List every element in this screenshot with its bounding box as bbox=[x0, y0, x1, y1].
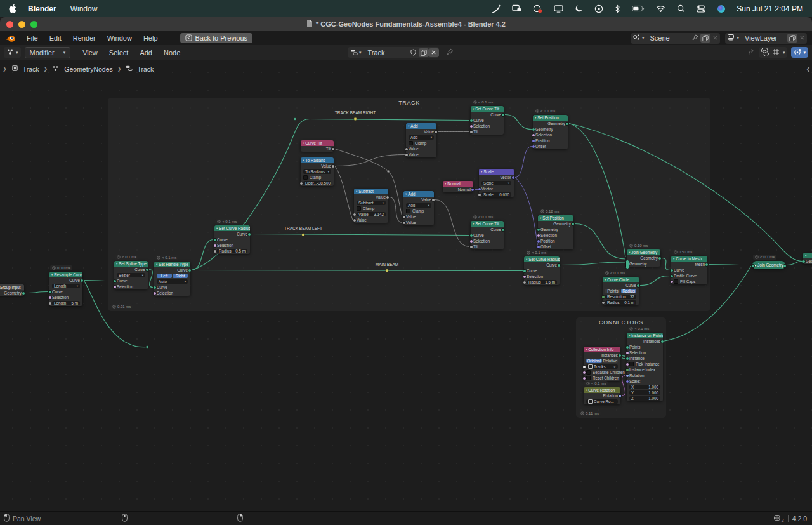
bool-socket[interactable] bbox=[48, 296, 52, 300]
length-field[interactable]: Length5 m bbox=[52, 301, 80, 305]
geo-socket[interactable] bbox=[22, 291, 25, 295]
breadcrumb-object[interactable]: Track bbox=[23, 65, 39, 73]
set-position-a-node[interactable]: ▾Set PositionGeometryGeometrySelectionPo… bbox=[533, 115, 568, 149]
geo-socket[interactable] bbox=[523, 269, 527, 273]
node-header[interactable]: ▾Add bbox=[403, 191, 434, 197]
menu-help[interactable]: Help bbox=[138, 34, 164, 42]
bool-socket[interactable] bbox=[523, 275, 527, 279]
screen-lock-icon[interactable] bbox=[512, 4, 521, 13]
geo-socket[interactable] bbox=[625, 260, 629, 269]
geo-socket[interactable] bbox=[80, 279, 84, 282]
node-header[interactable]: ▾Set Curve Radius bbox=[214, 225, 250, 231]
left-button[interactable]: Left bbox=[157, 274, 172, 278]
clamp-checkbox[interactable] bbox=[357, 206, 361, 211]
node-tree-browse-button[interactable]: ▾ bbox=[348, 48, 364, 57]
node-header[interactable]: ▾Set Spline Type bbox=[114, 261, 148, 267]
breadcrumb-modifier[interactable]: GeometryNodes bbox=[64, 65, 112, 73]
do-not-disturb-icon[interactable] bbox=[575, 4, 583, 13]
new-node-tree-button[interactable] bbox=[419, 48, 429, 57]
viewlayer-name[interactable]: ViewLayer bbox=[741, 34, 785, 42]
geo-socket[interactable] bbox=[48, 290, 52, 294]
val-socket[interactable] bbox=[299, 182, 303, 185]
set-curve-tilt-b-node[interactable]: ▾Set Curve TiltCurveCurveSelectionTilt bbox=[471, 221, 504, 249]
collection-info-node[interactable]: ▾Collection InfoInstancesOriginalRelativ… bbox=[584, 347, 620, 381]
col-socket[interactable] bbox=[582, 365, 586, 369]
bool-socket[interactable] bbox=[625, 362, 629, 366]
to-radians-menu[interactable]: To Radians▾ bbox=[303, 169, 331, 174]
geo-socket[interactable] bbox=[537, 228, 540, 232]
auto-menu[interactable]: Auto▾ bbox=[157, 279, 188, 284]
node-header[interactable]: ▾Set Curve Tilt bbox=[471, 221, 504, 227]
int-socket[interactable] bbox=[625, 368, 629, 372]
val-socket[interactable] bbox=[523, 281, 527, 284]
geo-socket[interactable] bbox=[751, 264, 755, 268]
bool-socket[interactable] bbox=[670, 280, 674, 284]
pick-instance-checkbox[interactable] bbox=[629, 362, 634, 366]
original-button[interactable]: Original bbox=[586, 359, 602, 363]
bool-socket[interactable] bbox=[532, 133, 535, 137]
geo-socket[interactable] bbox=[783, 264, 787, 268]
geo-socket[interactable] bbox=[213, 238, 217, 242]
separate-children-checkbox[interactable] bbox=[586, 370, 591, 375]
set-curve-radius-b-node[interactable]: ▾Set Curve RadiusCurveCurveSelectionRadi… bbox=[524, 256, 560, 285]
subtract-node[interactable]: ▾SubtractValueSubtract▾ClampValue3.142Va… bbox=[354, 189, 388, 223]
reroute-node[interactable] bbox=[146, 346, 148, 349]
val-socket[interactable] bbox=[405, 153, 409, 157]
panel-toggle-icon[interactable]: ❯ bbox=[3, 66, 7, 72]
curve-tilt-node[interactable]: ▾Curve TiltTilt bbox=[301, 140, 334, 152]
menu-render[interactable]: Render bbox=[67, 34, 102, 42]
bool-socket[interactable] bbox=[625, 351, 629, 355]
points-button[interactable]: Points bbox=[605, 289, 620, 293]
node-header[interactable]: ▾Curve Circle bbox=[603, 277, 639, 282]
rot-socket[interactable] bbox=[625, 374, 629, 378]
snap-toggle-button[interactable]: ▾ bbox=[791, 47, 808, 58]
fill-caps-checkbox[interactable] bbox=[674, 279, 678, 284]
stylus-icon[interactable] bbox=[492, 4, 501, 13]
close-icon[interactable]: ✕ bbox=[613, 365, 616, 369]
scale-menu[interactable]: Scale▾ bbox=[481, 181, 511, 185]
radius-field[interactable]: Radius0.5 m bbox=[217, 249, 247, 253]
set-handle-type-node[interactable]: ▾Set Handle TypeCurveLeftRightAuto▾Curve… bbox=[154, 262, 190, 296]
display-icon[interactable] bbox=[554, 5, 563, 13]
geo-socket[interactable] bbox=[625, 345, 629, 349]
add-a-node[interactable]: ▾AddValueAdd▾ClampValueValue bbox=[406, 123, 436, 157]
vec-socket[interactable] bbox=[625, 380, 629, 383]
window-titlebar[interactable]: * CGC-GeoNodes Fundamentals-Assemble4 - … bbox=[0, 17, 812, 31]
geo-socket[interactable] bbox=[532, 128, 535, 131]
value-field[interactable]: Value3.142 bbox=[357, 212, 386, 216]
scale-node[interactable]: ▾ScaleVectorScale▾VectorScale0.650 bbox=[479, 169, 514, 197]
geo-socket[interactable] bbox=[802, 260, 806, 263]
resample-curve-node[interactable]: ▾Resample CurveCurveLength▾CurveSelectio… bbox=[49, 272, 82, 306]
bluetooth-icon[interactable] bbox=[615, 4, 620, 13]
set-curve-tilt-a-node[interactable]: ▾Set Curve TiltCurveCurveSelectionTilt bbox=[471, 106, 504, 135]
val-socket[interactable] bbox=[353, 218, 357, 222]
tracks-selector[interactable]: Tracks✕ bbox=[586, 364, 618, 369]
vec-socket[interactable] bbox=[537, 239, 540, 243]
bool-socket[interactable] bbox=[582, 376, 586, 380]
spotlight-icon[interactable] bbox=[677, 4, 685, 13]
vec-socket[interactable] bbox=[537, 245, 540, 249]
node-header[interactable]: ▾Collection Info bbox=[584, 347, 620, 352]
relative-button[interactable]: Relative bbox=[603, 359, 619, 363]
node-header[interactable]: ▾To Radians bbox=[301, 157, 334, 163]
scene-name[interactable]: Scene bbox=[646, 34, 690, 42]
geo-socket[interactable] bbox=[670, 274, 674, 278]
z-field[interactable]: Z1.000 bbox=[629, 396, 660, 401]
node-header[interactable]: ▾Set Handle Type bbox=[154, 262, 190, 267]
bool-socket[interactable] bbox=[582, 371, 586, 375]
val-socket[interactable] bbox=[478, 193, 481, 197]
node-header[interactable]: ▾Set Position bbox=[533, 115, 568, 121]
vec-socket[interactable] bbox=[532, 139, 535, 143]
menu-edit[interactable]: Edit bbox=[44, 34, 67, 42]
pin-icon[interactable] bbox=[692, 34, 698, 42]
editor-type-selector[interactable]: ▾ bbox=[4, 47, 21, 58]
node-header[interactable]: ▾Curve to Mesh bbox=[671, 256, 707, 262]
radius-button[interactable]: Radius bbox=[621, 289, 636, 293]
bool-socket[interactable] bbox=[213, 244, 217, 248]
node-header[interactable]: ▾Curve Rotation bbox=[584, 387, 620, 393]
resolution-field[interactable]: Resolution32 bbox=[605, 295, 636, 299]
back-to-previous-button[interactable]: Back to Previous bbox=[180, 33, 253, 43]
menubar-app-name[interactable]: Blender bbox=[28, 4, 56, 13]
overlays-icon[interactable] bbox=[772, 48, 780, 57]
go-to-parent-tree-icon[interactable] bbox=[747, 48, 755, 57]
